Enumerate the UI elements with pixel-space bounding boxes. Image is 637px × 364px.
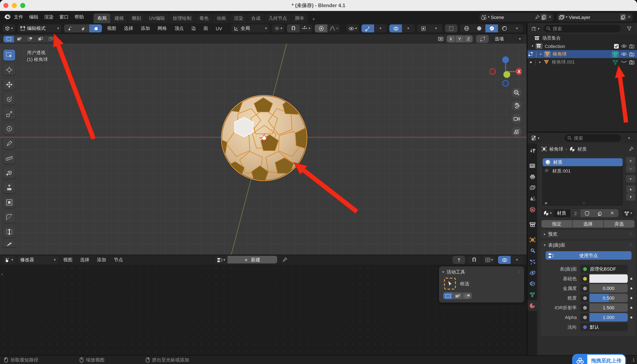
- workspace-tab-compositing[interactable]: 合成: [248, 14, 264, 23]
- select-subtract-button[interactable]: [25, 36, 35, 42]
- slot-list-expand-icon[interactable]: ▶: [545, 201, 548, 205]
- node-menu-add[interactable]: 添加: [94, 257, 109, 263]
- surface-shader-button[interactable]: 原理化BSDF: [580, 265, 628, 273]
- node-snap-toggle[interactable]: [468, 256, 480, 264]
- pin-node-tree-icon[interactable]: [282, 257, 287, 262]
- select-button[interactable]: 选择: [572, 220, 603, 228]
- visibility-dropdown[interactable]: ▾: [346, 24, 359, 32]
- scene-collection-row[interactable]: 场景集合: [527, 34, 637, 42]
- panel-collapse-chevron[interactable]: ▾: [442, 270, 444, 274]
- base-color-swatch[interactable]: [589, 274, 628, 283]
- unlink-material-button[interactable]: ✕: [606, 209, 618, 217]
- tool-measure[interactable]: [3, 153, 15, 164]
- add-workspace-button[interactable]: +: [309, 15, 319, 23]
- tool-bevel[interactable]: [3, 212, 15, 222]
- vp-menu-vertex[interactable]: 顶点: [172, 25, 186, 32]
- panel-grip-dots[interactable]: ⠿: [518, 270, 521, 274]
- node-snap-target-dropdown[interactable]: ▾: [483, 256, 495, 264]
- solid-shading-button[interactable]: [473, 24, 485, 32]
- link-mesh-dropdown[interactable]: ▾: [622, 209, 634, 217]
- tool-annotate[interactable]: [3, 138, 15, 149]
- tab-render[interactable]: [527, 160, 537, 171]
- node-overlays-toggle[interactable]: [498, 256, 511, 264]
- tool-select-box[interactable]: [3, 50, 15, 60]
- node-zoom-border-button[interactable]: [453, 256, 465, 264]
- properties-search-input[interactable]: 搜索: [564, 134, 621, 142]
- new-view-layer-copy-icon[interactable]: [620, 14, 626, 20]
- gizmo-x-neg-axis[interactable]: [490, 68, 495, 74]
- overlays-dropdown[interactable]: ▾: [402, 24, 414, 32]
- editor-type-button[interactable]: ▾: [3, 24, 15, 32]
- object2-camera-icon[interactable]: [629, 60, 634, 64]
- workspace-tab-sculpting[interactable]: 雕刻: [128, 14, 145, 23]
- shading-dropdown[interactable]: ▾: [511, 24, 523, 32]
- tool-mode-subtract[interactable]: [463, 292, 472, 299]
- select-difference-button[interactable]: [35, 36, 46, 42]
- breadcrumb-data-name[interactable]: 材质: [577, 146, 587, 152]
- vertex-select-mode-button[interactable]: [64, 24, 77, 32]
- xray-toggle[interactable]: [417, 24, 430, 32]
- mirror-x-button[interactable]: X: [447, 35, 455, 42]
- unlink-scene-icon[interactable]: ✕: [548, 14, 552, 20]
- tab-scene[interactable]: [527, 193, 537, 204]
- node-context-dropdown[interactable]: 修改器 ▾: [18, 256, 58, 264]
- proportional-edit-toggle[interactable]: [315, 24, 328, 32]
- navigation-gizmo[interactable]: X: [490, 55, 522, 88]
- vp-menu-mesh[interactable]: 网格: [155, 25, 169, 32]
- workspace-tab-uv[interactable]: UV编辑: [145, 14, 169, 23]
- tool-cursor[interactable]: [3, 64, 15, 75]
- view-layer-selector[interactable]: ▾ ViewLayer ✕: [557, 13, 633, 21]
- add-material-slot-button[interactable]: +: [626, 157, 635, 164]
- blender-logo-icon[interactable]: [3, 14, 11, 20]
- material-slot-1[interactable]: 材质: [543, 158, 623, 166]
- properties-editor-type-button[interactable]: ▾: [529, 134, 542, 142]
- roughness-decorator[interactable]: [630, 297, 632, 299]
- scene-selector[interactable]: ▾ Scene ✕: [479, 13, 554, 21]
- material-users-count-button[interactable]: 2: [570, 209, 580, 217]
- outliner-display-mode-button[interactable]: ▾: [529, 24, 542, 32]
- render-region-button[interactable]: [445, 24, 458, 32]
- vp-menu-edge[interactable]: 边: [189, 25, 198, 32]
- preview-panel[interactable]: ▸预览⠿: [541, 230, 636, 238]
- move-slot-down-button[interactable]: ▼: [626, 193, 635, 201]
- pin-icon[interactable]: [535, 14, 540, 20]
- tab-object-data[interactable]: [527, 289, 537, 300]
- tab-collection-props[interactable]: [527, 219, 537, 230]
- node-overlays-dropdown[interactable]: ▾: [511, 256, 523, 264]
- tool-knife[interactable]: [3, 241, 15, 247]
- collection-expand-chevron[interactable]: ▾: [532, 44, 533, 48]
- vp-menu-uv[interactable]: UV: [213, 26, 225, 31]
- sidebar-expand-arrow[interactable]: ›: [1, 272, 3, 276]
- vp-menu-view[interactable]: 视图: [104, 25, 119, 32]
- outliner-search-input[interactable]: 搜索: [543, 25, 621, 32]
- tab-material[interactable]: [527, 300, 537, 311]
- slot-list-resize-grip[interactable]: ⠿: [583, 202, 586, 205]
- ior-slider[interactable]: 1.500: [589, 304, 628, 312]
- snap-target-dropdown[interactable]: ▾: [300, 24, 312, 32]
- options-dropdown[interactable]: 选项 ▾: [492, 35, 523, 43]
- gizmo-dropdown[interactable]: ▾: [374, 24, 387, 32]
- object2-expand-chevron[interactable]: ▸: [539, 60, 541, 64]
- material-preview-shading-button[interactable]: [485, 24, 498, 32]
- metallic-decorator[interactable]: [630, 287, 632, 289]
- normal-field[interactable]: 默认: [580, 323, 628, 331]
- copy-material-button[interactable]: [593, 209, 606, 217]
- gizmo-z-axis[interactable]: [502, 56, 509, 63]
- tool-mode-extend[interactable]: [453, 292, 462, 299]
- remove-material-slot-button[interactable]: −: [626, 165, 635, 172]
- workspace-tab-animation[interactable]: 动画: [213, 14, 230, 23]
- select-intersect-button[interactable]: [46, 36, 56, 42]
- workspace-tab-geometry-nodes[interactable]: 几何节点: [265, 14, 291, 23]
- tool-scale[interactable]: [3, 108, 15, 120]
- tool-transform[interactable]: [3, 123, 15, 134]
- gizmo-z-neg-axis[interactable]: [503, 80, 509, 86]
- select-set-button[interactable]: [3, 36, 14, 42]
- browse-material-button[interactable]: ▾: [541, 209, 554, 217]
- ior-decorator[interactable]: [630, 306, 632, 309]
- base-color-decorator[interactable]: [630, 278, 632, 280]
- object-row-active[interactable]: │ ▸ 棱角球: [527, 50, 637, 58]
- outliner-filter-button[interactable]: [623, 24, 635, 32]
- pan-view-button[interactable]: [511, 100, 522, 111]
- fake-user-shield-button[interactable]: [580, 209, 593, 217]
- vp-menu-select[interactable]: 选择: [121, 25, 136, 32]
